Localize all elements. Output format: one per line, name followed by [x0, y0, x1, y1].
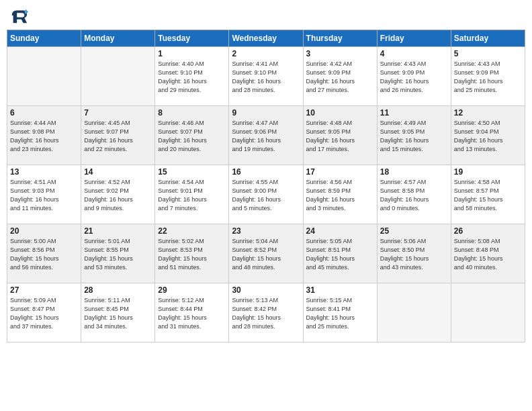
day-number: 21: [84, 226, 152, 236]
day-number: 30: [232, 285, 300, 295]
day-number: 14: [84, 167, 152, 177]
calendar-cell: 17Sunrise: 4:56 AM Sunset: 8:59 PM Dayli…: [303, 165, 377, 224]
calendar-cell: 27Sunrise: 5:09 AM Sunset: 8:47 PM Dayli…: [7, 283, 81, 342]
day-info: Sunrise: 5:06 AM Sunset: 8:50 PM Dayligh…: [380, 237, 448, 272]
day-info: Sunrise: 4:47 AM Sunset: 9:06 PM Dayligh…: [232, 119, 300, 154]
day-info: Sunrise: 5:15 AM Sunset: 8:41 PM Dayligh…: [306, 296, 374, 331]
calendar-cell: [377, 283, 451, 342]
calendar-cell: [7, 47, 81, 106]
day-number: 15: [158, 167, 226, 177]
day-info: Sunrise: 4:42 AM Sunset: 9:09 PM Dayligh…: [306, 60, 374, 95]
day-number: 20: [10, 226, 78, 236]
calendar-cell: [451, 283, 525, 342]
weekday-header: Wednesday: [229, 30, 303, 47]
calendar-cell: 30Sunrise: 5:13 AM Sunset: 8:42 PM Dayli…: [229, 283, 303, 342]
day-info: Sunrise: 4:58 AM Sunset: 8:57 PM Dayligh…: [454, 178, 522, 213]
calendar-cell: 5Sunrise: 4:43 AM Sunset: 9:09 PM Daylig…: [451, 47, 525, 106]
weekday-header: Monday: [81, 30, 155, 47]
day-number: 16: [232, 167, 300, 177]
day-info: Sunrise: 4:43 AM Sunset: 9:09 PM Dayligh…: [380, 60, 448, 95]
calendar-cell: 4Sunrise: 4:43 AM Sunset: 9:09 PM Daylig…: [377, 47, 451, 106]
calendar-cell: 3Sunrise: 4:42 AM Sunset: 9:09 PM Daylig…: [303, 47, 377, 106]
calendar-cell: 8Sunrise: 4:46 AM Sunset: 9:07 PM Daylig…: [155, 106, 229, 165]
calendar-cell: 31Sunrise: 5:15 AM Sunset: 8:41 PM Dayli…: [303, 283, 377, 342]
day-number: 8: [158, 108, 226, 118]
day-number: 2: [232, 49, 300, 58]
day-number: 4: [380, 49, 448, 58]
weekday-header: Thursday: [303, 30, 377, 47]
calendar-week-row: 6Sunrise: 4:44 AM Sunset: 9:08 PM Daylig…: [7, 106, 525, 165]
calendar-cell: 24Sunrise: 5:05 AM Sunset: 8:51 PM Dayli…: [303, 224, 377, 283]
day-number: 12: [454, 108, 522, 118]
weekday-header: Sunday: [7, 30, 81, 47]
calendar-cell: 13Sunrise: 4:51 AM Sunset: 9:03 PM Dayli…: [7, 165, 81, 224]
calendar-cell: [81, 47, 155, 106]
day-number: 7: [84, 108, 152, 118]
calendar-cell: 2Sunrise: 4:41 AM Sunset: 9:10 PM Daylig…: [229, 47, 303, 106]
calendar-cell: 22Sunrise: 5:02 AM Sunset: 8:53 PM Dayli…: [155, 224, 229, 283]
day-info: Sunrise: 4:40 AM Sunset: 9:10 PM Dayligh…: [158, 60, 226, 95]
day-number: 6: [10, 108, 78, 118]
calendar-cell: 20Sunrise: 5:00 AM Sunset: 8:56 PM Dayli…: [7, 224, 81, 283]
day-number: 22: [158, 226, 226, 236]
day-number: 17: [306, 167, 374, 177]
day-number: 23: [232, 226, 300, 236]
calendar-cell: 11Sunrise: 4:49 AM Sunset: 9:05 PM Dayli…: [377, 106, 451, 165]
calendar-cell: 6Sunrise: 4:44 AM Sunset: 9:08 PM Daylig…: [7, 106, 81, 165]
calendar-cell: 7Sunrise: 4:45 AM Sunset: 9:07 PM Daylig…: [81, 106, 155, 165]
day-info: Sunrise: 4:56 AM Sunset: 8:59 PM Dayligh…: [306, 178, 374, 213]
day-number: 3: [306, 49, 374, 58]
day-info: Sunrise: 5:00 AM Sunset: 8:56 PM Dayligh…: [10, 237, 78, 272]
day-info: Sunrise: 5:11 AM Sunset: 8:45 PM Dayligh…: [84, 296, 152, 331]
day-number: 31: [306, 285, 374, 295]
calendar-cell: 15Sunrise: 4:54 AM Sunset: 9:01 PM Dayli…: [155, 165, 229, 224]
calendar-cell: 29Sunrise: 5:12 AM Sunset: 8:44 PM Dayli…: [155, 283, 229, 342]
day-info: Sunrise: 4:48 AM Sunset: 9:05 PM Dayligh…: [306, 119, 374, 154]
day-info: Sunrise: 5:12 AM Sunset: 8:44 PM Dayligh…: [158, 296, 226, 331]
page-header: [7, 7, 525, 26]
day-info: Sunrise: 5:05 AM Sunset: 8:51 PM Dayligh…: [306, 237, 374, 272]
calendar-cell: 21Sunrise: 5:01 AM Sunset: 8:55 PM Dayli…: [81, 224, 155, 283]
day-number: 11: [380, 108, 448, 118]
calendar-cell: 28Sunrise: 5:11 AM Sunset: 8:45 PM Dayli…: [81, 283, 155, 342]
day-number: 1: [158, 49, 226, 58]
calendar-header-row: SundayMondayTuesdayWednesdayThursdayFrid…: [7, 30, 525, 47]
logo-icon: [9, 7, 28, 26]
day-info: Sunrise: 4:57 AM Sunset: 8:58 PM Dayligh…: [380, 178, 448, 213]
day-number: 29: [158, 285, 226, 295]
logo: [9, 7, 30, 26]
day-info: Sunrise: 5:13 AM Sunset: 8:42 PM Dayligh…: [232, 296, 300, 331]
day-info: Sunrise: 4:54 AM Sunset: 9:01 PM Dayligh…: [158, 178, 226, 213]
calendar-cell: 10Sunrise: 4:48 AM Sunset: 9:05 PM Dayli…: [303, 106, 377, 165]
calendar-week-row: 13Sunrise: 4:51 AM Sunset: 9:03 PM Dayli…: [7, 165, 525, 224]
day-number: 26: [454, 226, 522, 236]
day-number: 9: [232, 108, 300, 118]
calendar-cell: 16Sunrise: 4:55 AM Sunset: 9:00 PM Dayli…: [229, 165, 303, 224]
day-info: Sunrise: 5:01 AM Sunset: 8:55 PM Dayligh…: [84, 237, 152, 272]
calendar-cell: 19Sunrise: 4:58 AM Sunset: 8:57 PM Dayli…: [451, 165, 525, 224]
calendar: SundayMondayTuesdayWednesdayThursdayFrid…: [7, 30, 525, 342]
day-info: Sunrise: 4:43 AM Sunset: 9:09 PM Dayligh…: [454, 60, 522, 95]
day-info: Sunrise: 4:55 AM Sunset: 9:00 PM Dayligh…: [232, 178, 300, 213]
day-info: Sunrise: 5:04 AM Sunset: 8:52 PM Dayligh…: [232, 237, 300, 272]
day-number: 18: [380, 167, 448, 177]
day-info: Sunrise: 4:51 AM Sunset: 9:03 PM Dayligh…: [10, 178, 78, 213]
day-info: Sunrise: 4:41 AM Sunset: 9:10 PM Dayligh…: [232, 60, 300, 95]
day-info: Sunrise: 5:09 AM Sunset: 8:47 PM Dayligh…: [10, 296, 78, 331]
calendar-cell: 1Sunrise: 4:40 AM Sunset: 9:10 PM Daylig…: [155, 47, 229, 106]
day-info: Sunrise: 5:08 AM Sunset: 8:48 PM Dayligh…: [454, 237, 522, 272]
calendar-week-row: 20Sunrise: 5:00 AM Sunset: 8:56 PM Dayli…: [7, 224, 525, 283]
day-number: 5: [454, 49, 522, 58]
calendar-week-row: 1Sunrise: 4:40 AM Sunset: 9:10 PM Daylig…: [7, 47, 525, 106]
day-number: 28: [84, 285, 152, 295]
calendar-week-row: 27Sunrise: 5:09 AM Sunset: 8:47 PM Dayli…: [7, 283, 525, 342]
day-info: Sunrise: 5:02 AM Sunset: 8:53 PM Dayligh…: [158, 237, 226, 272]
day-number: 27: [10, 285, 78, 295]
calendar-cell: 25Sunrise: 5:06 AM Sunset: 8:50 PM Dayli…: [377, 224, 451, 283]
weekday-header: Friday: [377, 30, 451, 47]
calendar-cell: 18Sunrise: 4:57 AM Sunset: 8:58 PM Dayli…: [377, 165, 451, 224]
calendar-cell: 9Sunrise: 4:47 AM Sunset: 9:06 PM Daylig…: [229, 106, 303, 165]
calendar-cell: 14Sunrise: 4:52 AM Sunset: 9:02 PM Dayli…: [81, 165, 155, 224]
day-number: 25: [380, 226, 448, 236]
weekday-header: Tuesday: [155, 30, 229, 47]
